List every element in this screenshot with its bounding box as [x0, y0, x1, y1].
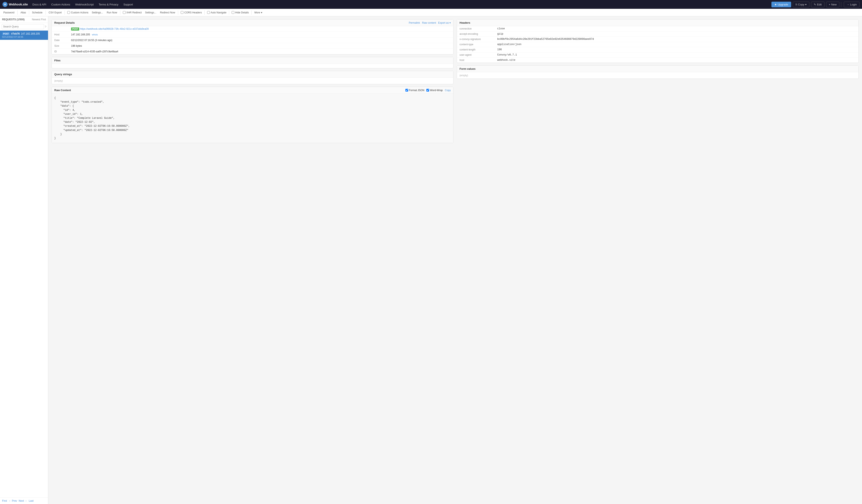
form-values-empty: (empty) [457, 72, 859, 79]
next-page-link[interactable]: Next → [19, 500, 27, 502]
logo[interactable]: W Webhook.site [2, 2, 28, 7]
toolbar-auto-navigate-check[interactable]: Auto Navigate [206, 11, 228, 14]
permalink-link[interactable]: Permalink [409, 21, 420, 24]
right-column: Headers connectioncloseaccept-encodinggz… [457, 19, 859, 143]
header-value: Convoy/v0.7.1 [495, 52, 859, 57]
export-as-button[interactable]: Export as ▾ [438, 21, 451, 24]
whois-link[interactable]: whois [92, 33, 98, 36]
format-json-checkbox[interactable] [405, 89, 408, 92]
xhr-redirect-checkbox[interactable] [123, 11, 126, 14]
custom-actions-checkbox[interactable] [67, 11, 70, 14]
size-row: Size 196 bytes [52, 43, 453, 49]
hide-details-label: Hide Details [235, 11, 249, 14]
cors-checkbox[interactable] [181, 11, 183, 14]
headers-panel: Headers connectioncloseaccept-encodinggz… [457, 19, 859, 63]
nav-custom-actions[interactable]: Custom Actions [49, 2, 72, 7]
word-wrap-checkbox[interactable] [427, 89, 429, 92]
header-value: gzip [495, 31, 859, 37]
query-strings-body: (empty) [52, 78, 453, 84]
sidebar: REQUESTS (1/500) Newest First ? POST #7e… [0, 16, 48, 504]
copy-icon: ⎘ [796, 3, 797, 6]
size-value: 196 bytes [71, 44, 82, 47]
sort-label[interactable]: Newest First [32, 18, 46, 21]
copy-button[interactable]: ⎘ Copy ▾ [793, 2, 809, 7]
raw-header-actions: Format JSON Word-Wrap Copy [405, 89, 451, 92]
sidebar-header: REQUESTS (1/500) Newest First [0, 16, 48, 23]
header-row: accept-encodinggzip [457, 31, 859, 37]
toolbar-sep-6 [178, 11, 178, 15]
sidebar-item[interactable]: POST #7eb76 147.182.169.205 02/12/2022 0… [0, 30, 48, 40]
word-wrap-label[interactable]: Word-Wrap [427, 89, 443, 92]
content-area: Request Details Permalink Raw content Ex… [48, 16, 862, 504]
toolbar-sep-3 [45, 11, 46, 15]
hide-details-checkbox[interactable] [232, 11, 234, 14]
format-json-label[interactable]: Format JSON [405, 89, 424, 92]
search-row: ? [0, 23, 48, 30]
toolbar-password[interactable]: Password [2, 10, 16, 15]
raw-content-title: Raw Content [54, 89, 71, 92]
toolbar-cors-check[interactable]: CORS Headers [180, 11, 203, 14]
toolbar-redirect-now[interactable]: Redirect Now [158, 10, 177, 15]
url-link[interactable]: https://webhook.site/4a5f8928-73fc-40e2-… [80, 27, 149, 30]
toolbar-settings2[interactable]: Settings... [143, 10, 158, 15]
nav-terms[interactable]: Terms & Privacy [97, 2, 120, 7]
date-value: 02/12/2022 07:16:55 (3 minutes ago) [71, 39, 112, 42]
auto-navigate-checkbox[interactable] [207, 11, 210, 14]
toolbar-hide-details-check[interactable]: Hide Details [231, 11, 250, 14]
raw-content-panel: Raw Content Format JSON Word-Wrap Copy [52, 87, 454, 143]
header-row: connectionclose [457, 26, 859, 31]
raw-content-body: { "event_type": "todo.created", "data": … [52, 94, 453, 143]
query-strings-panel: Query strings (empty) [52, 71, 454, 84]
files-panel: Files [52, 57, 454, 68]
toolbar-more[interactable]: More ▾ [253, 10, 264, 15]
toolbar-schedule[interactable]: Schedule [30, 10, 44, 15]
toolbar-settings[interactable]: Settings... [90, 10, 105, 15]
login-button[interactable]: → Login [844, 2, 860, 7]
host-label: Host [54, 33, 71, 36]
item-ip: 147.182.169.205 [21, 32, 40, 35]
toolbar-custom-actions-check[interactable]: Custom Actions [66, 11, 90, 14]
header-row: user-agentConvoy/v0.7.1 [457, 52, 859, 57]
header-key: content-length [457, 47, 495, 52]
toolbar-xhr-redirect-check[interactable]: XHR Redirect [121, 11, 143, 14]
top-nav: W Webhook.site Docs & API Custom Actions… [0, 0, 862, 9]
form-values-body: (empty) [457, 72, 859, 79]
nav-docs[interactable]: Docs & API [30, 2, 49, 7]
raw-content-header: Raw Content Format JSON Word-Wrap Copy [52, 87, 453, 94]
header-key: user-agent [457, 52, 495, 57]
more-dropdown-icon: ▾ [261, 11, 262, 14]
last-page-link[interactable]: Last [29, 500, 34, 502]
search-input[interactable] [2, 24, 44, 29]
files-title: Files [54, 59, 61, 62]
header-value: bc09bf0c2954a6d4c20e291f23bba52765e02e02… [495, 37, 859, 42]
host-row: Host 147.182.169.205 whois [52, 32, 453, 38]
left-column: Request Details Permalink Raw content Ex… [52, 19, 454, 143]
headers-title: Headers [459, 21, 470, 24]
url-row: POST https://webhook.site/4a5f8928-73fc-… [52, 26, 453, 32]
header-value: application/json [495, 42, 859, 47]
search-help-icon[interactable]: ? [45, 25, 46, 28]
headers-body: connectioncloseaccept-encodinggzipx-conv… [457, 26, 859, 63]
toolbar-run-now[interactable]: Run Now [105, 10, 119, 15]
toolbar-alias[interactable]: Alias [19, 10, 28, 15]
sidebar-spacer [0, 40, 48, 498]
date-row: Date 02/12/2022 07:16:55 (3 minutes ago) [52, 38, 453, 43]
upgrade-button[interactable]: ★ Upgrade [771, 2, 791, 7]
edit-button[interactable]: ✎ Edit [811, 2, 824, 7]
raw-content-link[interactable]: Raw content [422, 21, 436, 24]
raw-copy-link[interactable]: Copy [445, 89, 451, 92]
new-button[interactable]: + New [826, 2, 839, 7]
first-page-link[interactable]: First [2, 500, 7, 502]
nav-webhookscript[interactable]: WebhookScript [73, 2, 96, 7]
details-grid: Request Details Permalink Raw content Ex… [52, 19, 859, 143]
id-label: ID [54, 50, 71, 53]
request-details-panel: Request Details Permalink Raw content Ex… [52, 19, 454, 54]
toolbar-csv-export[interactable]: CSV Export [47, 10, 64, 15]
header-key: x-convoy-signature [457, 37, 495, 42]
header-key: accept-encoding [457, 31, 495, 37]
nav-support[interactable]: Support [121, 2, 135, 7]
item-id: #7eb76 [11, 32, 20, 35]
headers-header: Headers [457, 19, 859, 26]
prev-page-link[interactable]: ← Prev [9, 500, 17, 502]
query-strings-title: Query strings [54, 73, 72, 76]
